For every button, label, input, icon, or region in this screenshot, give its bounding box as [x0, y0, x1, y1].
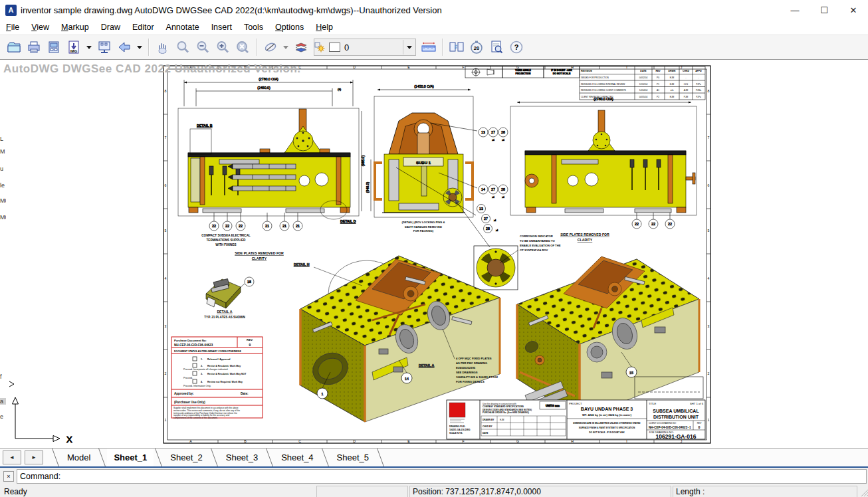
resize-grip[interactable]	[859, 486, 868, 497]
svg-text:COMPACT SUBSEA ELECTRICAL: COMPACT SUBSEA ELECTRICAL	[201, 234, 251, 237]
svg-text:Approved by:: Approved by:	[174, 392, 194, 395]
svg-text:(DETAIL) (ROV LOCKING PINS &: (DETAIL) (ROV LOCKING PINS &	[402, 221, 445, 224]
fullscreen-button[interactable]	[95, 38, 114, 56]
menu-markup[interactable]: Markup	[55, 21, 95, 33]
svg-text:DO NOT SCALE - IF IN DOUBT ASK: DO NOT SCALE - IF IN DOUBT ASK	[589, 431, 625, 434]
svg-text:DATE: DATE	[483, 432, 488, 435]
svg-text:APPD: APPD	[695, 70, 702, 72]
export-image-button[interactable]: IMG	[64, 38, 83, 56]
plot-button[interactable]	[45, 38, 63, 56]
svg-text:0: 0	[249, 343, 251, 347]
drawing-canvas[interactable]: AutoDWG DWGSee CAD 2022 Unauthorized Ver…	[0, 60, 868, 448]
command-close-button[interactable]: ×	[3, 471, 14, 482]
svg-text:F: F	[462, 439, 464, 443]
svg-text:x4: x4	[496, 229, 498, 232]
svg-text:DETAIL B: DETAIL B	[197, 124, 213, 128]
svg-text:x4: x4	[492, 196, 494, 199]
zoom-extents-button[interactable]	[233, 38, 252, 56]
layer-value: 0	[344, 43, 403, 52]
svg-text:(1450.0 O/A): (1450.0 O/A)	[414, 84, 434, 88]
markup-button[interactable]	[261, 38, 280, 56]
svg-text:D: D	[353, 439, 356, 443]
tab-model[interactable]: Model	[60, 448, 97, 466]
svg-text:14/04/04: 14/04/04	[639, 89, 648, 92]
svg-text:12/02/04: 12/02/04	[639, 83, 648, 86]
toolbar: IMG	[0, 35, 868, 60]
svg-text:DETAIL H: DETAIL H	[294, 262, 310, 266]
clipped-text-fragment: M	[0, 148, 6, 155]
export-dropdown[interactable]	[84, 38, 94, 56]
svg-text:1: 1	[165, 418, 167, 422]
toolbar-separator	[442, 39, 443, 56]
svg-text:15: 15	[629, 371, 633, 375]
svg-text:22: 22	[635, 222, 639, 226]
svg-text:DATE: DATE	[640, 70, 647, 72]
svg-text:SUBSEA UMBILICAL: SUBSEA UMBILICAL	[653, 409, 699, 413]
zoom-in-button[interactable]	[213, 38, 232, 56]
pan-button[interactable]	[154, 38, 172, 56]
help-button[interactable]: ?	[507, 38, 526, 56]
svg-text:28: 28	[486, 227, 490, 231]
maximize-button[interactable]: ☐	[810, 0, 839, 20]
svg-text:(2450.0): (2450.0)	[257, 86, 271, 90]
svg-text:x4: x4	[494, 219, 496, 222]
svg-text:mln: mln	[670, 89, 673, 92]
menu-file[interactable]: File	[0, 21, 25, 33]
tab-sheet-2[interactable]: Sheet_2	[163, 448, 209, 466]
svg-text:C: C	[298, 439, 301, 443]
svg-text:21: 21	[265, 224, 269, 228]
layer-dropdown[interactable]	[403, 40, 415, 54]
svg-text:4: 4	[165, 276, 167, 280]
tab-sheet-5[interactable]: Sheet_5	[330, 448, 376, 466]
tab-scroll-left[interactable]: ◄	[3, 450, 21, 464]
tab-divider	[266, 448, 273, 466]
zoom-window-button[interactable]	[173, 38, 192, 56]
menu-tools[interactable]: Tools	[238, 21, 269, 33]
menu-help[interactable]: Help	[310, 21, 339, 33]
tab-sheet-1[interactable]: Sheet_1	[107, 448, 154, 466]
view-history-dropdown[interactable]	[134, 38, 145, 56]
layer-select[interactable]: 0	[314, 39, 416, 56]
tab-scroll-right[interactable]: ►	[25, 450, 43, 464]
command-input[interactable]: Command:	[17, 469, 867, 484]
menu-options[interactable]: Options	[269, 21, 310, 33]
svg-text:(Purchaser Use Only): (Purchaser Use Only)	[174, 401, 205, 404]
previous-view-button[interactable]	[115, 38, 134, 56]
compare-button[interactable]	[447, 38, 466, 56]
svg-text:AJM: AJM	[684, 89, 689, 92]
measure-button[interactable]	[419, 38, 438, 56]
status-ready: Ready	[0, 487, 316, 496]
svg-text:DO NOT SCALE: DO NOT SCALE	[553, 72, 571, 75]
close-button[interactable]: ✕	[839, 0, 868, 20]
print-button[interactable]	[25, 38, 43, 56]
open-button[interactable]	[5, 38, 23, 56]
layers-button[interactable]	[292, 38, 310, 56]
timer-button[interactable]: 20	[467, 38, 486, 56]
menu-view[interactable]: View	[25, 21, 55, 33]
svg-text:28: 28	[501, 187, 505, 191]
svg-text:6: 6	[708, 183, 710, 187]
toolbar-separator	[256, 39, 257, 56]
svg-text:PJPa: PJPa	[696, 96, 701, 98]
tab-sheet-4[interactable]: Sheet_4	[274, 448, 320, 466]
menu-insert[interactable]: Insert	[205, 21, 238, 33]
preview-page-icon	[489, 40, 504, 54]
menu-annotate[interactable]: Annotate	[160, 21, 205, 33]
svg-text:EJM: EJM	[500, 419, 504, 421]
menu-editor[interactable]: Editor	[126, 21, 160, 33]
app-window: A inventor sample drawing.dwg AutoDWG DW…	[0, 0, 868, 497]
svg-text:TO BE UNMAINTAINED TO: TO BE UNMAINTAINED TO	[520, 239, 556, 243]
svg-text:1.: 1.	[201, 358, 203, 361]
svg-text:13: 13	[479, 207, 483, 211]
markup-dropdown[interactable]	[280, 38, 291, 56]
svg-text:CLARITY: CLARITY	[252, 256, 267, 260]
menu-draw[interactable]: Draw	[95, 21, 126, 33]
svg-text:5: 5	[165, 229, 167, 233]
minimize-button[interactable]: —	[780, 0, 810, 20]
zoom-out-button[interactable]	[193, 38, 212, 56]
tab-sheet-3[interactable]: Sheet_3	[219, 448, 265, 466]
eraser-pen-icon	[263, 40, 278, 54]
preview-button[interactable]	[487, 38, 506, 56]
svg-text:CP SYSTEM VIA ROV: CP SYSTEM VIA ROV	[520, 248, 548, 252]
status-bar: Ready Position: 737.1257,317.8747,0.0000…	[0, 485, 868, 497]
